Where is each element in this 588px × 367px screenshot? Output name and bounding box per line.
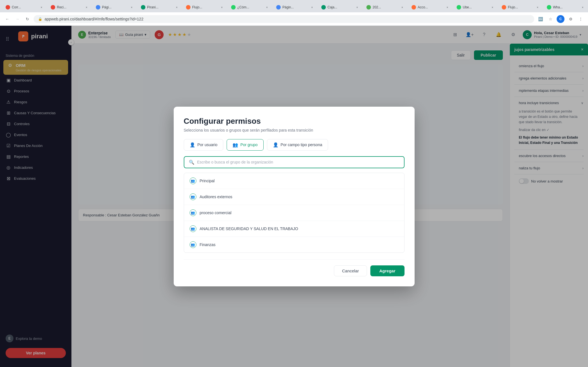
modal: Configurar permisos Selecciona los usuar… bbox=[174, 107, 415, 286]
tab-como[interactable]: ¿Cóm... × bbox=[228, 2, 273, 12]
tab-202[interactable]: 202... × bbox=[363, 2, 408, 12]
browser-tab-bar: Corr... × Reci... × Pági... × Pirani... … bbox=[0, 0, 588, 12]
address-bar[interactable]: 🔒 appweb.pirani.co/dashboard/#/mfe/flows… bbox=[34, 15, 534, 23]
tab-pirani1[interactable]: Pirani... × bbox=[138, 2, 182, 12]
list-item-analista[interactable]: 👥 ANALISTA DE SEGURIDAD Y SALUD EN EL TR… bbox=[184, 221, 404, 237]
tab-close-9[interactable]: × bbox=[400, 5, 405, 10]
forward-button[interactable]: → bbox=[13, 15, 21, 23]
tab-close-3[interactable]: × bbox=[129, 5, 134, 10]
list-item-auditores[interactable]: 👥 Auditores externos bbox=[184, 189, 404, 205]
tab-close-7[interactable]: × bbox=[310, 5, 314, 10]
tab-close-2[interactable]: × bbox=[84, 5, 89, 10]
item-comercial-label: proceso comercial bbox=[200, 211, 232, 215]
group-icon-analista: 👥 bbox=[190, 225, 196, 232]
tab-close-6[interactable]: × bbox=[265, 5, 269, 10]
tab-wha[interactable]: Wha... × bbox=[543, 2, 588, 12]
tab-close-4[interactable]: × bbox=[175, 5, 179, 10]
tab-close-13[interactable]: × bbox=[580, 5, 585, 10]
tab-por-campo[interactable]: 👤 Por campo tipo persona bbox=[267, 139, 328, 151]
tab-ube[interactable]: Ube... × bbox=[453, 2, 498, 12]
tab-close-10[interactable]: × bbox=[445, 5, 450, 10]
modal-tabs: 👤 Por usuario 👥 Por grupo 👤 Por campo ti… bbox=[184, 139, 405, 151]
profile-avatar[interactable]: C bbox=[557, 15, 564, 23]
tab-close-8[interactable]: × bbox=[355, 5, 359, 10]
extensions-icon[interactable]: ⚙ bbox=[567, 15, 575, 23]
group-icon-principal: 👥 bbox=[190, 177, 196, 184]
modal-subtitle: Selecciona los usuarios o grupos que ser… bbox=[184, 128, 405, 132]
tab-caja[interactable]: Caja... × bbox=[318, 2, 363, 12]
search-icon: 🔍 bbox=[189, 160, 194, 165]
tab-reci[interactable]: Reci... × bbox=[47, 2, 92, 12]
tab-por-campo-label: Por campo tipo persona bbox=[281, 142, 322, 147]
grupo-icon: 👥 bbox=[233, 142, 238, 148]
tab-close-5[interactable]: × bbox=[220, 5, 224, 10]
item-analista-label: ANALISTA DE SEGURIDAD Y SALUD EN EL TRAB… bbox=[200, 226, 298, 231]
group-icon-finanzas: 👥 bbox=[190, 241, 196, 248]
item-finanzas-label: Finanzas bbox=[200, 242, 216, 247]
tab-close-1[interactable]: × bbox=[39, 5, 44, 10]
cancelar-button[interactable]: Cancelar bbox=[334, 265, 367, 276]
bookmark-icon[interactable]: ☆ bbox=[547, 15, 554, 23]
usuario-icon: 👤 bbox=[190, 142, 195, 148]
url-text: appweb.pirani.co/dashboard/#/mfe/flows/s… bbox=[45, 17, 530, 21]
back-button[interactable]: ← bbox=[3, 15, 11, 23]
more-options-icon[interactable]: ⋮ bbox=[577, 15, 585, 23]
tab-flujo2[interactable]: Flujo... × bbox=[498, 2, 543, 12]
list-item-comercial[interactable]: 👥 proceso comercial bbox=[184, 205, 404, 221]
tab-acco[interactable]: Acco... × bbox=[408, 2, 453, 12]
lock-icon: 🔒 bbox=[38, 17, 42, 21]
modal-title: Configurar permisos bbox=[184, 117, 405, 126]
address-bar-row: ← → ↻ 🔒 appweb.pirani.co/dashboard/#/mfe… bbox=[0, 12, 588, 26]
reload-button[interactable]: ↻ bbox=[24, 15, 31, 23]
item-principal-label: Principal bbox=[200, 179, 215, 183]
modal-footer: Cancelar Agregar bbox=[184, 260, 405, 276]
agregar-button[interactable]: Agregar bbox=[370, 265, 405, 276]
tab-pagi1[interactable]: Pági... × bbox=[92, 2, 137, 12]
modal-overlay[interactable]: Configurar permisos Selecciona los usuar… bbox=[0, 26, 588, 367]
tab-close-11[interactable]: × bbox=[490, 5, 495, 10]
tab-pagi2[interactable]: Págin... × bbox=[273, 2, 318, 12]
tab-por-usuario[interactable]: 👤 Por usuario bbox=[184, 139, 224, 151]
translate-icon[interactable]: 🔤 bbox=[536, 15, 544, 23]
campo-icon: 👤 bbox=[273, 142, 278, 148]
tab-corr[interactable]: Corr... × bbox=[2, 2, 47, 12]
groups-dropdown-list: 👥 Principal 👥 Auditores externos 👥 proce… bbox=[184, 173, 405, 253]
group-icon-auditores: 👥 bbox=[190, 193, 196, 200]
tab-flujo1[interactable]: Flujo... × bbox=[183, 2, 227, 12]
list-item-principal[interactable]: 👥 Principal bbox=[184, 173, 404, 189]
search-box[interactable]: 🔍 bbox=[184, 156, 405, 168]
tab-por-grupo[interactable]: 👥 Por grupo bbox=[227, 139, 263, 151]
tab-por-usuario-label: Por usuario bbox=[197, 142, 218, 147]
tab-close-12[interactable]: × bbox=[535, 5, 540, 10]
tab-por-grupo-label: Por grupo bbox=[240, 142, 257, 147]
search-input[interactable] bbox=[197, 160, 399, 164]
list-item-finanzas[interactable]: 👥 Finanzas bbox=[184, 237, 404, 253]
item-auditores-label: Auditores externos bbox=[200, 195, 233, 199]
group-icon-comercial: 👥 bbox=[190, 209, 196, 216]
